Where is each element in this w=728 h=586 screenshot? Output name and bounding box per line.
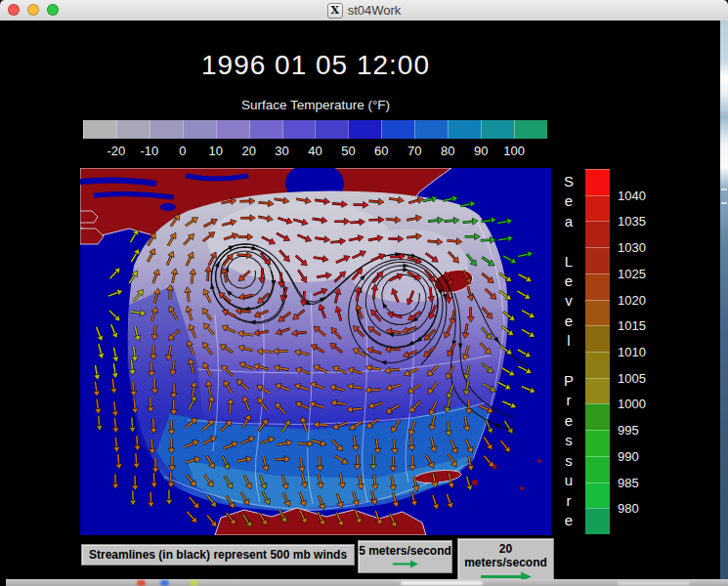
temp-colorbar-segment — [414, 120, 448, 139]
pressure-colorbar-segment — [585, 221, 610, 247]
pressure-colorbar-segment — [585, 325, 610, 352]
dock-icon[interactable] — [160, 580, 169, 586]
pressure-tick-label: 980 — [618, 501, 639, 516]
window-title: X st04Work — [0, 0, 728, 21]
temp-tick-label: -20 — [107, 144, 126, 158]
background-desktop-sliver — [720, 21, 728, 586]
pressure-axis-label: S e a L e v e l P r e s s u r e — [560, 172, 578, 530]
pressure-tick-label: 1025 — [618, 266, 646, 280]
pressure-tick-label: 990 — [618, 448, 639, 463]
pressure-tick-label: 1030 — [618, 240, 646, 255]
temp-tick-label: 90 — [474, 144, 488, 158]
x11-app-icon: X — [327, 3, 343, 19]
dock-icon[interactable] — [190, 580, 198, 586]
streamline-legend-text: Streamlines (in black) represent 500 mb … — [89, 548, 347, 562]
temp-colorbar-segment — [481, 120, 514, 139]
temp-tick-label: 70 — [407, 144, 421, 158]
temp-tick-label: 40 — [308, 144, 321, 158]
pressure-colorbar — [585, 169, 610, 534]
window-titlebar[interactable]: X st04Work — [0, 0, 728, 21]
pressure-tick-label: 1005 — [618, 370, 646, 385]
temp-colorbar-title: Surface Temperature (°F) — [80, 98, 551, 112]
pressure-tick-label: 1020 — [618, 292, 646, 307]
wind-scale-small: 5 meters/second — [358, 540, 452, 573]
dock-icon-group[interactable] — [401, 581, 483, 585]
temp-colorbar-segment — [448, 120, 481, 139]
temp-tick-label: 0 — [179, 144, 186, 158]
pressure-colorbar-segment — [585, 403, 610, 430]
temp-colorbar-segment — [514, 120, 547, 139]
pressure-colorbar-segment — [585, 508, 610, 534]
streamline-legend: Streamlines (in black) represent 500 mb … — [81, 544, 355, 565]
timestamp-title: 1996 01 05 12:00 — [80, 50, 551, 81]
temp-colorbar-segment — [282, 120, 316, 139]
temp-colorbar-segment — [216, 120, 249, 139]
dock-icon-group[interactable] — [618, 581, 690, 585]
pressure-tick-label: 1035 — [618, 214, 646, 229]
temp-colorbar-segment — [249, 120, 282, 139]
weather-map-3d-view[interactable] — [80, 168, 551, 535]
pressure-colorbar-segment — [585, 300, 610, 326]
pressure-tick-label: 1015 — [618, 318, 646, 333]
temp-colorbar-segment — [183, 120, 216, 139]
temp-colorbar-segment — [116, 120, 150, 139]
pressure-tick-label: 1010 — [618, 345, 646, 359]
app-canvas: 1996 01 05 12:00 Surface Temperature (°F… — [0, 21, 720, 586]
temp-tick-label: 10 — [208, 144, 222, 158]
temp-colorbar — [83, 120, 547, 139]
pressure-tick-label: 1000 — [618, 397, 646, 411]
pressure-colorbar-segment — [585, 247, 610, 273]
temp-colorbar-segment — [83, 120, 116, 139]
temp-tick-label: 30 — [275, 144, 288, 158]
temp-tick-label: -10 — [140, 144, 158, 158]
pressure-colorbar-segment — [585, 352, 610, 378]
temp-colorbar-segment — [381, 120, 414, 139]
pressure-colorbar-segment — [585, 378, 610, 404]
temp-colorbar-segment — [348, 120, 381, 139]
pressure-colorbar-segment — [585, 482, 610, 509]
wind-scale-large-text: 20 meters/second — [464, 542, 547, 569]
pressure-colorbar-segment — [585, 273, 610, 300]
desktop-screen: X st04Work 1996 01 05 12:00 Surface Temp… — [0, 0, 728, 586]
pressure-colorbar-segment — [585, 430, 610, 456]
macos-dock-sliver[interactable] — [6, 579, 728, 586]
window-title-text: st04Work — [348, 3, 402, 18]
pressure-colorbar-segment — [585, 195, 610, 222]
temp-tick-label: 80 — [441, 144, 454, 158]
wind-scale-small-text: 5 meters/second — [359, 544, 451, 558]
pressure-colorbar-segment — [585, 456, 610, 482]
temp-tick-label: 100 — [503, 144, 525, 158]
pressure-tick-label: 995 — [618, 423, 639, 438]
background-text-smudge — [721, 188, 727, 190]
background-text-smudge — [721, 202, 727, 204]
dock-icon[interactable] — [137, 580, 146, 586]
temp-tick-label: 50 — [341, 144, 355, 158]
pressure-colorbar-segment — [585, 169, 610, 195]
small-wind-arrow-icon — [391, 560, 420, 568]
temp-colorbar-segment — [150, 120, 183, 139]
temp-colorbar-segment — [315, 120, 348, 139]
temp-tick-label: 20 — [241, 144, 255, 158]
temp-tick-label: 60 — [374, 144, 388, 158]
pressure-tick-label: 985 — [618, 475, 639, 489]
pressure-tick-label: 1040 — [618, 188, 646, 202]
